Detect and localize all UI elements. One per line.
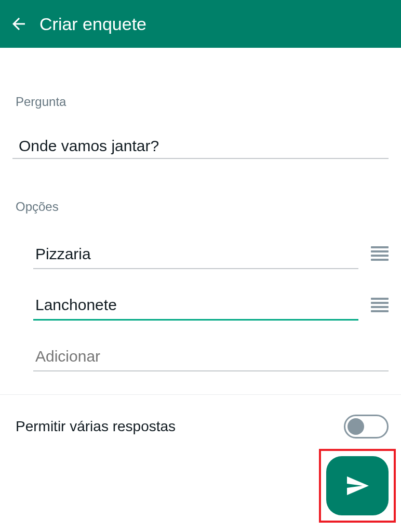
- send-button[interactable]: [326, 456, 389, 515]
- question-label: Pergunta: [12, 95, 389, 109]
- send-button-highlight: [319, 449, 396, 523]
- option-row: [12, 293, 389, 321]
- add-option-input[interactable]: [33, 344, 389, 371]
- options-label: Opções: [12, 200, 389, 214]
- multiple-answers-label: Permitir várias respostas: [16, 418, 176, 435]
- page-title: Criar enquete: [39, 14, 146, 34]
- option-input-1[interactable]: [33, 242, 358, 269]
- app-header: Criar enquete: [0, 0, 401, 48]
- toggle-knob: [347, 418, 364, 435]
- back-button[interactable]: [9, 15, 28, 33]
- send-icon: [345, 473, 370, 498]
- options-section: Opções: [12, 200, 389, 371]
- content-area: Pergunta Opções: [0, 48, 401, 371]
- multiple-answers-toggle[interactable]: [344, 415, 389, 438]
- add-option-row: [12, 344, 389, 371]
- question-input[interactable]: [12, 134, 389, 159]
- drag-handle-icon[interactable]: [371, 298, 389, 312]
- option-row: [12, 242, 389, 269]
- drag-handle-icon[interactable]: [371, 246, 389, 261]
- arrow-left-icon: [9, 15, 28, 33]
- option-input-2[interactable]: [33, 293, 358, 321]
- multiple-answers-setting: Permitir várias respostas: [0, 395, 401, 438]
